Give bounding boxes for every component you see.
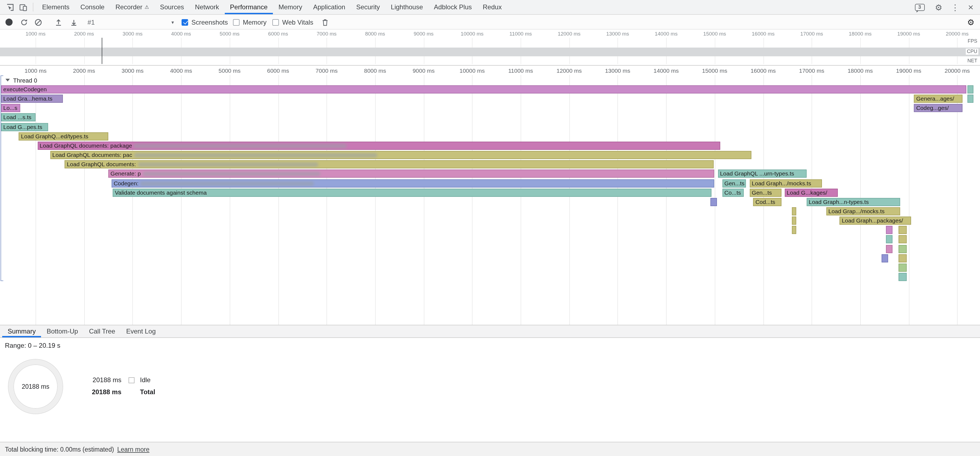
inspect-icon[interactable] [3, 0, 16, 14]
details-tab-summary[interactable]: Summary [2, 325, 41, 337]
flame-event-load-graphq-ed-types-ts[interactable]: Load GraphQ...ed/types.ts [19, 132, 108, 140]
flame-event-label: Load GraphQ...ed/types.ts [21, 133, 88, 140]
flame-gridline [423, 75, 424, 325]
flame-event[interactable] [792, 216, 796, 225]
flame-event-load-graphql-documents-package[interactable]: Load GraphQL documents: package [37, 141, 720, 150]
close-devtools-icon[interactable]: × [968, 3, 974, 11]
flame-event[interactable] [899, 226, 907, 234]
flame-event-load-graphql-documents-pac[interactable]: Load GraphQL documents: pac [50, 151, 751, 159]
flame-event[interactable] [967, 95, 974, 103]
tab-redux[interactable]: Redux [477, 0, 507, 14]
tab-adblock-plus[interactable]: Adblock Plus [428, 0, 477, 14]
flame-event-gen-ts[interactable]: Gen...ts [749, 188, 781, 197]
flame-event[interactable] [886, 245, 892, 253]
checkbox-web-vitals[interactable]: Web Vitals [272, 15, 313, 30]
record-icon [5, 19, 13, 26]
flame-event[interactable] [899, 264, 907, 272]
flame-event-load-graph-n-types-ts[interactable]: Load Graph...n-types.ts [807, 198, 900, 206]
flame-event[interactable] [881, 254, 888, 262]
flame-event-codeg-ges[interactable]: Codeg...ges/ [914, 104, 963, 112]
flame-event-label: Gen...ts [752, 189, 772, 195]
overview-tick-label: 20000 ms [946, 31, 969, 37]
flame-event-label: Generate: p [110, 170, 141, 177]
thread-header-toggle[interactable]: Thread 0 [5, 76, 37, 84]
more-options-icon[interactable]: ⋮ [951, 3, 959, 11]
flame-event-load-graphql-urn-types-ts[interactable]: Load GraphQL ...urn-types.ts [718, 170, 807, 178]
flame-event-load-s-ts[interactable]: Load ...s.ts [1, 113, 36, 122]
flame-event[interactable] [710, 198, 717, 206]
tab-security[interactable]: Security [351, 0, 385, 14]
flame-event-cod-ts[interactable]: Cod...ts [753, 198, 781, 206]
flame-event[interactable] [886, 235, 892, 243]
flame-event[interactable] [967, 85, 974, 94]
details-tab-call-tree[interactable]: Call Tree [83, 325, 121, 337]
flame-event[interactable] [792, 226, 796, 234]
flame-event-genera-ages[interactable]: Genera...ages/ [914, 95, 963, 103]
reload-and-record-button[interactable] [20, 15, 28, 30]
flame-event[interactable] [899, 245, 907, 253]
flame-event-validate-documents-against-schema[interactable]: Validate documents against schema [113, 188, 711, 197]
record-button[interactable] [5, 15, 13, 30]
tab-console[interactable]: Console [75, 0, 110, 14]
flame-tick-label: 15000 ms [702, 67, 727, 74]
history-selector[interactable]: #1 ▾ [88, 15, 174, 30]
flame-event-load-graph-mocks-ts[interactable]: Load Graph.../mocks.ts [749, 179, 822, 187]
overview-tick-label: 19000 ms [897, 31, 920, 37]
status-bar: Total blocking time: 0.00ms (estimated) … [0, 442, 980, 456]
tab-recorder[interactable]: Recorder⚠ [110, 0, 154, 14]
flame-event-load-grap-mocks-ts[interactable]: Load Grap.../mocks.ts [826, 207, 900, 215]
flame-event-label: Load GraphQL documents: pac [52, 151, 132, 158]
flame-event-label: Genera...ages/ [916, 95, 954, 102]
summary-donut: 20188 ms [7, 358, 64, 415]
flame-event[interactable] [899, 235, 907, 243]
timeline-overview[interactable]: 1000 ms2000 ms3000 ms4000 ms5000 ms6000 … [0, 30, 980, 66]
tab-sources[interactable]: Sources [154, 0, 189, 14]
flame-event-lo-s[interactable]: Lo...s [1, 104, 21, 112]
flame-event-load-g-pes-ts[interactable]: Load G...pes.ts [1, 123, 48, 131]
flame-event-label: Load Graph...packages/ [842, 217, 903, 224]
flame-event[interactable] [899, 273, 907, 281]
flame-gridline [326, 75, 327, 325]
delete-recording-button[interactable] [321, 15, 329, 30]
tab-network[interactable]: Network [189, 0, 224, 14]
flame-event[interactable] [886, 226, 892, 234]
flame-event[interactable] [899, 254, 907, 262]
flame-event-load-g-kages[interactable]: Load G...kages/ [784, 188, 838, 197]
tab-performance[interactable]: Performance [224, 0, 273, 14]
clear-button[interactable] [35, 15, 42, 30]
lane-label-net: NET [966, 58, 978, 64]
flame-event-label: Load GraphQL documents: package [40, 142, 132, 149]
flame-event-codegen[interactable]: Codegen: [111, 179, 714, 187]
flame-gridline [618, 75, 618, 325]
tab-memory[interactable]: Memory [273, 0, 308, 14]
load-profile-button[interactable] [55, 15, 62, 30]
device-toolbar-icon[interactable] [16, 0, 30, 14]
flame-chart[interactable]: Thread 0 1000 ms2000 ms3000 ms4000 ms500… [0, 66, 980, 325]
flame-event-executecodegen[interactable]: executeCodegen [1, 85, 966, 94]
console-messages-badge[interactable]: 3 [913, 0, 926, 14]
details-tab-event-log[interactable]: Event Log [121, 325, 161, 337]
flame-event-gen-ts[interactable]: Gen...ts [722, 179, 746, 187]
flame-event-co-ts[interactable]: Co...ts [722, 188, 744, 197]
flame-event-load-graphql-documents[interactable]: Load GraphQL documents: [65, 160, 713, 168]
checkbox-memory[interactable]: Memory [233, 15, 267, 30]
overview-tick-label: 5000 ms [220, 31, 240, 37]
flame-event-label: Load GraphQL documents: [67, 161, 136, 167]
flame-event-load-graph-packages[interactable]: Load Graph...packages/ [840, 216, 912, 225]
capture-settings-gear-icon[interactable]: ⚙ [967, 15, 975, 30]
settings-gear-icon[interactable]: ⚙ [935, 3, 942, 11]
flame-event-load-gra-hema-ts[interactable]: Load Gra...hema.ts [1, 95, 63, 103]
save-profile-button[interactable] [70, 15, 78, 30]
flame-gridline [957, 75, 958, 325]
flame-event-generate-p[interactable]: Generate: p [108, 170, 714, 178]
details-tab-bottom-up[interactable]: Bottom-Up [41, 325, 84, 337]
flame-event[interactable] [792, 207, 796, 215]
learn-more-link[interactable]: Learn more [117, 446, 150, 453]
tab-lighthouse[interactable]: Lighthouse [385, 0, 428, 14]
checkbox-screenshots[interactable]: Screenshots [181, 15, 228, 30]
tab-elements[interactable]: Elements [37, 0, 75, 14]
flame-gridline [230, 75, 230, 325]
flame-tick-label: 9000 ms [413, 67, 435, 74]
tab-application[interactable]: Application [308, 0, 350, 14]
checkbox-box [272, 19, 279, 25]
